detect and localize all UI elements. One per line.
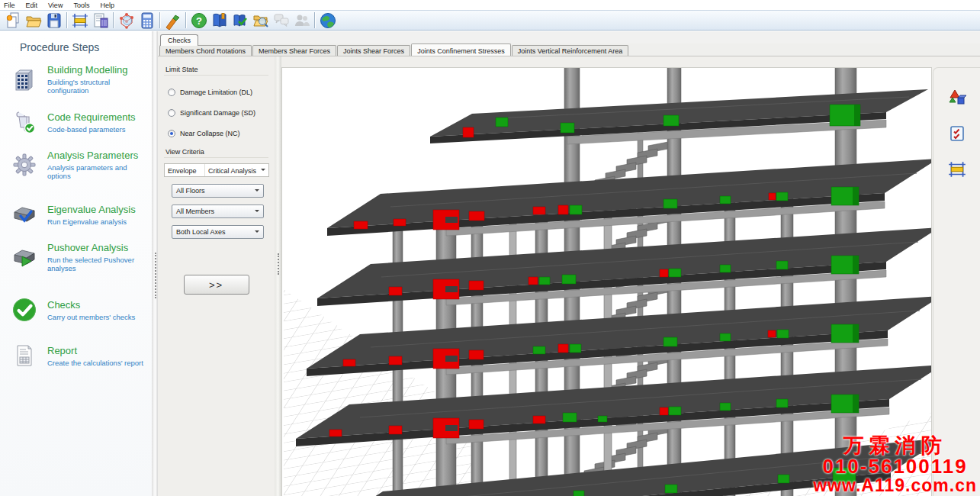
checks-sub-tab-bar: Members Chord Rotations Members Shear Fo… (158, 43, 980, 56)
green-check-icon (10, 295, 39, 324)
radio-dot (168, 89, 175, 96)
limit-state-panel: Limit State Damage Limitation (DL) Signi… (158, 56, 275, 496)
sidebar-splitter[interactable] (152, 31, 158, 496)
open-project-icon[interactable] (23, 11, 43, 30)
envelope-row: Envelope Critical Analysis (164, 163, 269, 177)
chevron-down-icon (255, 230, 259, 235)
step-subtitle: Code-based parameters (47, 125, 136, 134)
tab-checks[interactable]: Checks (160, 34, 198, 46)
format-brush-icon[interactable] (162, 11, 183, 30)
building-icon (10, 65, 39, 94)
feedback-chat-icon[interactable] (271, 11, 291, 30)
sidebar-item-code-requirements[interactable]: Code RequirementsCode-based parameters (10, 108, 152, 137)
checklist-icon[interactable] (946, 122, 969, 145)
report-document-icon[interactable] (90, 11, 111, 30)
menu-view[interactable]: View (48, 2, 63, 9)
checks-workarea: Limit State Damage Limitation (DL) Signi… (158, 56, 980, 496)
step-subtitle: Carry out members' checks (47, 313, 135, 321)
envelope-value: Critical Analysis (208, 167, 256, 176)
radio-dot (168, 109, 175, 117)
envelope-select[interactable]: Critical Analysis (204, 164, 268, 176)
radio-near-collapse[interactable]: Near Collapse (NC) (168, 130, 275, 137)
step-title: Checks (47, 299, 135, 311)
sidebar-item-report[interactable]: ReportCreate the calculations' report (10, 341, 152, 370)
scroll-check-icon (10, 108, 39, 137)
sidebar-title: Procedure Steps (20, 41, 152, 53)
document-tab-bar: Checks (158, 31, 980, 43)
tab-members-chord-rotations[interactable]: Members Chord Rotations (159, 45, 252, 56)
building-model-canvas (282, 68, 932, 496)
manual-book-icon[interactable] (209, 11, 230, 30)
sidebar-item-building-modelling[interactable]: Building ModellingBuilding's structural … (10, 64, 152, 95)
view-toolbar (933, 67, 980, 496)
model-nodes-icon[interactable] (116, 11, 137, 30)
local-axes-value: Both Local Axes (176, 228, 226, 236)
step-subtitle: Analysis parameters and options (47, 163, 152, 180)
radio-damage-limitation[interactable]: Damage Limitation (DL) (168, 89, 275, 96)
toolbar-separator (159, 12, 160, 28)
menu-edit[interactable]: Edit (26, 2, 38, 9)
step-subtitle: Building's structural configuration (47, 78, 152, 95)
tab-joints-vertical-reinforcement-area[interactable]: Joints Vertical Reinforcement Area (512, 45, 629, 56)
limit-state-label: Limit State (165, 66, 275, 73)
toolbar-separator (314, 12, 315, 28)
main-area: Checks Members Chord Rotations Members S… (158, 31, 980, 496)
tab-members-shear-forces[interactable]: Members Shear Forces (252, 45, 336, 56)
report-page-icon (10, 341, 39, 370)
chevron-down-icon (261, 169, 265, 173)
apply-button[interactable]: >> (184, 275, 249, 295)
step-title: Report (47, 345, 143, 356)
calculator-icon[interactable] (137, 11, 157, 30)
radio-label: Significant Damage (SD) (180, 109, 255, 117)
search-folder-icon[interactable] (250, 11, 271, 30)
sidebar-item-analysis-parameters[interactable]: Analysis ParametersAnalysis parameters a… (10, 150, 152, 180)
engine-play-icon (10, 243, 39, 272)
chevron-down-icon (255, 189, 259, 194)
web-globe-icon[interactable] (317, 11, 338, 30)
radio-label: Damage Limitation (DL) (180, 89, 252, 96)
save-icon[interactable] (43, 11, 64, 30)
3d-model-view[interactable] (281, 67, 932, 496)
envelope-label: Envelope (165, 164, 204, 176)
panel-splitter[interactable] (275, 56, 281, 496)
menu-bar: File Edit View Tools Help (0, 0, 980, 10)
sidebar-item-pushover-analysis[interactable]: Pushover AnalysisRun the selected Pushov… (10, 242, 152, 272)
help-icon[interactable]: ? (188, 11, 209, 30)
step-subtitle: Create the calculations' report (47, 359, 143, 367)
divider (164, 75, 268, 76)
new-document-icon[interactable] (2, 11, 23, 30)
step-title: Code Requirements (47, 111, 136, 123)
svg-text:?: ? (196, 14, 202, 26)
tab-joints-confinement-stresses[interactable]: Joints Confinement Stresses (411, 43, 511, 56)
members-value: All Members (176, 208, 214, 215)
local-axes-select[interactable]: Both Local Axes (172, 225, 264, 239)
menu-help[interactable]: Help (100, 2, 114, 9)
verified-book-icon[interactable] (230, 11, 250, 30)
frame-view-icon[interactable] (946, 158, 969, 181)
menu-file[interactable]: File (4, 2, 15, 9)
step-subtitle: Run the selected Pushover analyses (47, 256, 152, 272)
menu-tools[interactable]: Tools (73, 2, 89, 9)
members-select[interactable]: All Members (172, 205, 264, 218)
step-title: Pushover Analysis (47, 242, 152, 253)
radio-dot (168, 130, 175, 137)
frame-section-icon[interactable] (69, 11, 90, 30)
chevron-down-icon (255, 210, 259, 214)
sidebar-item-eigenvalue-analysis[interactable]: Eigenvalue AnalysisRun Eigenvalue analys… (10, 200, 152, 229)
tab-joints-shear-forces[interactable]: Joints Shear Forces (337, 45, 410, 56)
floors-value: All Floors (176, 187, 205, 195)
toolbar-separator (66, 12, 67, 28)
floors-select[interactable]: All Floors (172, 184, 264, 198)
step-title: Eigenvalue Analysis (47, 204, 136, 215)
sidebar-item-checks[interactable]: ChecksCarry out members' checks (10, 295, 152, 324)
step-title: Building Modelling (47, 64, 152, 76)
divider (164, 157, 268, 158)
main-toolbar: ? (0, 10, 980, 31)
users-icon[interactable] (291, 11, 312, 30)
toolbar-separator (113, 12, 114, 28)
toolbar-separator (185, 12, 186, 28)
step-subtitle: Run Eigenvalue analysis (47, 217, 136, 226)
step-title: Analysis Parameters (47, 150, 152, 161)
radio-significant-damage[interactable]: Significant Damage (SD) (168, 109, 275, 117)
3d-objects-icon[interactable] (946, 86, 969, 109)
